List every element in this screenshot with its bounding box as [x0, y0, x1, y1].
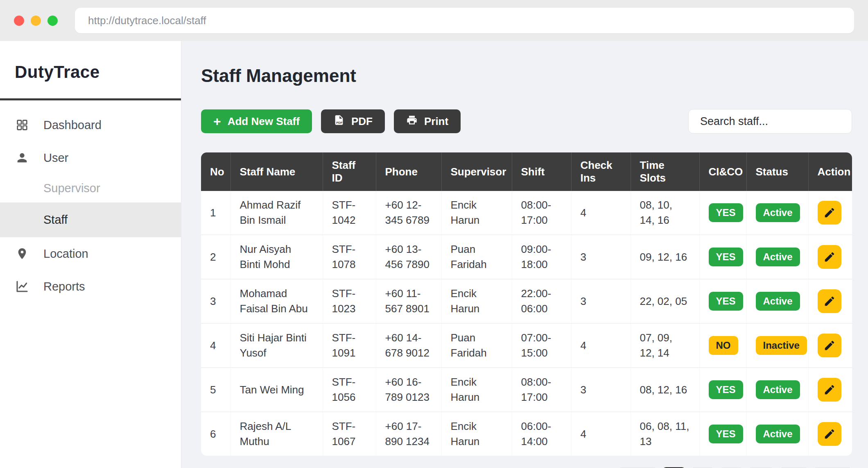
cell-supervisor: Encik Harun — [441, 412, 512, 456]
print-button[interactable]: Print — [394, 109, 461, 133]
cell-check-ins: 4 — [571, 191, 631, 235]
cell-time-slots: 06, 08, 11, 13 — [631, 412, 699, 456]
sidebar-item-location[interactable]: Location — [0, 237, 181, 270]
minimize-window-icon[interactable] — [31, 16, 41, 26]
cell-check-ins: 4 — [571, 412, 631, 456]
cell-action — [808, 279, 852, 323]
cell-time-slots: 09, 12, 16 — [631, 235, 699, 279]
cell-supervisor: Puan Faridah — [441, 323, 512, 368]
column-header-phone: Phone — [376, 152, 441, 191]
add-new-staff-button[interactable]: + Add New Staff — [201, 109, 312, 133]
table-row: 5 Tan Wei Ming STF-1056 +60 16-789 0123 … — [201, 368, 852, 412]
search-input[interactable] — [688, 109, 852, 134]
edit-button[interactable] — [818, 289, 841, 313]
column-header-check-ins: Check Ins — [571, 152, 631, 191]
cell-cico: NO — [699, 323, 746, 368]
sidebar-item-user[interactable]: User — [0, 141, 181, 174]
column-header-staff-id: Staff ID — [323, 152, 376, 191]
browser-chrome: http://dutytrace.local/staff — [0, 0, 868, 41]
cell-staff-name: Ahmad Razif Bin Ismail — [231, 191, 323, 235]
cell-supervisor: Encik Harun — [441, 368, 512, 412]
status-badge: Inactive — [756, 336, 807, 355]
print-label: Print — [424, 115, 448, 128]
cell-staff-name: Nur Aisyah Binti Mohd — [231, 235, 323, 279]
edit-button[interactable] — [818, 245, 841, 269]
cell-status: Inactive — [746, 323, 808, 368]
sidebar-item-reports[interactable]: Reports — [0, 270, 181, 303]
cell-shift: 06:00-14:00 — [512, 412, 571, 456]
cell-staff-id: STF-1078 — [323, 235, 376, 279]
column-header-status: Status — [746, 152, 808, 191]
cell-phone: +60 17-890 1234 — [376, 412, 441, 456]
sidebar-item-label: Location — [43, 247, 88, 261]
cell-check-ins: 3 — [571, 368, 631, 412]
add-new-staff-label: Add New Staff — [228, 115, 300, 128]
pencil-icon — [823, 207, 836, 219]
cell-cico: YES — [699, 412, 746, 456]
cell-shift: 08:00-17:00 — [512, 191, 571, 235]
cell-status: Active — [746, 412, 808, 456]
cell-time-slots: 22, 02, 05 — [631, 279, 699, 323]
address-bar[interactable]: http://dutytrace.local/staff — [75, 8, 854, 33]
cell-check-ins: 3 — [571, 279, 631, 323]
cell-no: 4 — [201, 323, 231, 368]
cico-badge: YES — [709, 425, 743, 443]
cell-action — [808, 368, 852, 412]
cell-staff-id: STF-1091 — [323, 323, 376, 368]
sidebar-item-label: Supervisor — [43, 182, 100, 195]
status-badge: Active — [756, 380, 800, 399]
cell-status: Active — [746, 368, 808, 412]
cell-phone: +60 14-678 9012 — [376, 323, 441, 368]
cell-phone: +60 16-789 0123 — [376, 368, 441, 412]
edit-button[interactable] — [818, 378, 841, 402]
export-pdf-button[interactable]: PDF PDF — [321, 109, 385, 133]
sidebar-item-label: Dashboard — [43, 118, 102, 132]
cell-time-slots: 08, 12, 16 — [631, 368, 699, 412]
sidebar-item-label: Reports — [43, 280, 85, 293]
pencil-icon — [823, 339, 836, 352]
column-header-supervisor: Supervisor — [441, 152, 512, 191]
staff-table-body: 1 Ahmad Razif Bin Ismail STF-1042 +60 12… — [201, 191, 852, 456]
table-row: 2 Nur Aisyah Binti Mohd STF-1078 +60 13-… — [201, 235, 852, 279]
sidebar-item-supervisor[interactable]: Supervisor — [0, 174, 181, 202]
column-header-action: Action — [808, 152, 852, 191]
cell-supervisor: Puan Faridah — [441, 235, 512, 279]
cell-action — [808, 191, 852, 235]
cell-staff-id: STF-1056 — [323, 368, 376, 412]
cell-status: Active — [746, 191, 808, 235]
cell-time-slots: 07, 09, 12, 14 — [631, 323, 699, 368]
svg-text:PDF: PDF — [336, 121, 343, 125]
edit-button[interactable] — [818, 422, 841, 446]
pencil-icon — [823, 384, 836, 396]
cell-cico: YES — [699, 368, 746, 412]
cell-staff-name: Siti Hajar Binti Yusof — [231, 323, 323, 368]
reports-icon — [15, 279, 29, 294]
close-window-icon[interactable] — [14, 16, 24, 26]
table-row: 3 Mohamad Faisal Bin Abu STF-1023 +60 11… — [201, 279, 852, 323]
edit-button[interactable] — [818, 201, 841, 225]
cico-badge: YES — [709, 292, 743, 311]
page-title: Staff Management — [201, 66, 852, 86]
cell-shift: 22:00-06:00 — [512, 279, 571, 323]
edit-button[interactable] — [818, 334, 841, 357]
cell-action — [808, 412, 852, 456]
cell-no: 3 — [201, 279, 231, 323]
cell-staff-id: STF-1023 — [323, 279, 376, 323]
cell-staff-name: Mohamad Faisal Bin Abu — [231, 279, 323, 323]
cell-no: 5 — [201, 368, 231, 412]
maximize-window-icon[interactable] — [47, 16, 58, 26]
cell-supervisor: Encik Harun — [441, 279, 512, 323]
sidebar-item-staff[interactable]: Staff — [0, 202, 181, 237]
column-header-staff-name: Staff Name — [231, 152, 323, 191]
table-header-row: No Staff Name Staff ID Phone Supervisor … — [201, 152, 852, 191]
sidebar-item-dashboard[interactable]: Dashboard — [0, 109, 181, 141]
cell-action — [808, 323, 852, 368]
main-content: Staff Management + Add New Staff PDF PDF — [181, 41, 868, 468]
table-row: 6 Rajesh A/L Muthu STF-1067 +60 17-890 1… — [201, 412, 852, 456]
column-header-cico: CI&CO — [699, 152, 746, 191]
url-text: http://dutytrace.local/staff — [88, 14, 206, 27]
cell-action — [808, 235, 852, 279]
column-header-time-slots: Time Slots — [631, 152, 699, 191]
sidebar-item-label: User — [43, 151, 68, 165]
cell-shift: 07:00-15:00 — [512, 323, 571, 368]
